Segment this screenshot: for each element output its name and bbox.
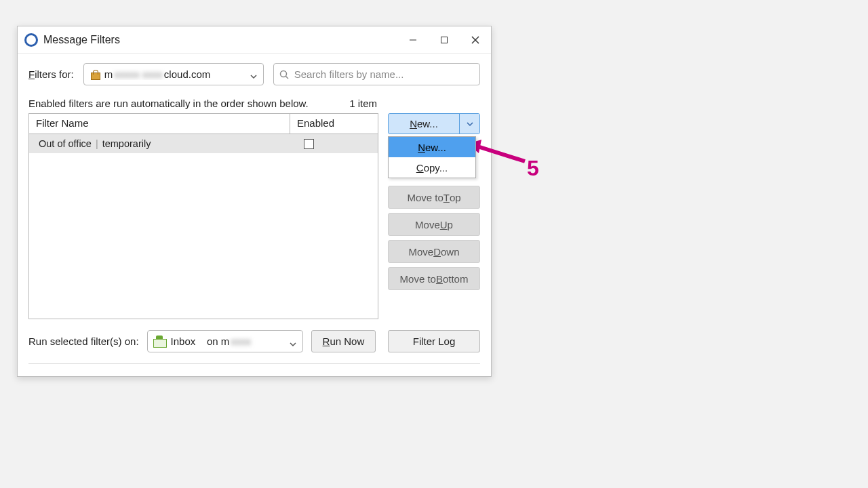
message-filters-window: Message Filters Filters for: mxxxxx xxxx… [17,26,492,377]
header-filter-name[interactable]: Filter Name [29,114,290,134]
window-title: Message Filters [43,34,120,46]
move-to-top-button[interactable]: Move to Top [388,186,480,209]
run-on-label: Run selected filter(s) on: [28,336,139,347]
new-dropdown-toggle[interactable] [459,114,479,134]
new-split-button[interactable]: New... [388,113,480,134]
run-folder-dropdown[interactable]: Inbox on mxxxx [147,330,303,352]
menu-item-copy[interactable]: Copy... [389,157,475,178]
filters-for-label: Filters for: [28,68,74,80]
search-icon [279,70,289,79]
filter-log-button[interactable]: Filter Log [388,330,480,352]
annotation-step-number: 5 [527,156,539,181]
svg-rect-1 [441,37,448,43]
minimize-button[interactable] [397,26,429,54]
enabled-cell [290,139,378,149]
filters-table: Filter Name Enabled Out of office|tempor… [28,113,378,319]
titlebar: Message Filters [18,26,491,54]
new-button[interactable]: New... [389,114,459,134]
move-up-button[interactable]: Move Up [388,213,480,236]
move-down-button[interactable]: Move Down [388,240,480,263]
account-dropdown[interactable]: mxxxxx xxxxcloud.com [83,63,264,85]
lock-icon [90,70,100,79]
account-value: mxxxxx xxxxcloud.com [104,68,211,80]
move-to-bottom-button[interactable]: Move to Bottom [388,267,480,290]
search-field-wrap [273,63,480,85]
chevron-down-icon [290,338,296,345]
menu-item-new[interactable]: New... [389,137,475,157]
window-controls [397,26,491,54]
separator [28,363,480,364]
svg-line-5 [285,76,288,79]
filter-name-cell: Out of office|temporarily [29,138,290,149]
close-button[interactable] [460,26,491,54]
chevron-down-icon [250,71,257,78]
header-enabled[interactable]: Enabled [290,114,378,134]
enabled-checkbox[interactable] [304,139,314,149]
maximize-button[interactable] [429,26,460,54]
run-now-button[interactable]: Run Now [311,330,376,352]
new-dropdown-menu: New... Copy... [388,136,476,178]
info-text: Enabled filters are run automatically in… [28,98,309,109]
search-input[interactable] [273,63,480,85]
item-count: 1 item [349,98,377,109]
inbox-icon [153,337,165,346]
svg-point-4 [280,70,286,77]
app-icon [24,33,38,47]
run-folder-value: Inbox on mxxxx [171,336,253,347]
table-row[interactable]: Out of office|temporarily [29,134,378,153]
